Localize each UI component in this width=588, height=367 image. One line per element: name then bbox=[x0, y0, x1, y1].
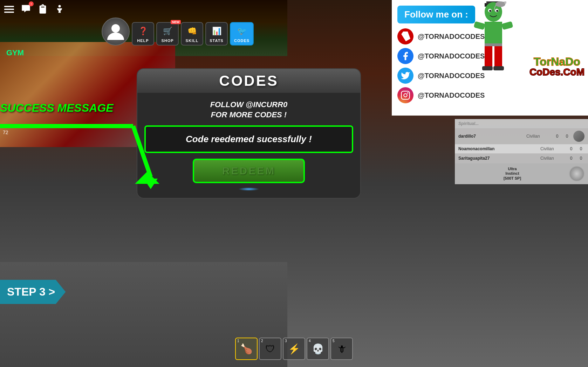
svg-rect-2 bbox=[4, 12, 14, 13]
slot-number-5: 5 bbox=[333, 339, 335, 343]
svg-rect-1 bbox=[4, 9, 14, 10]
gym-label: GYM bbox=[6, 48, 24, 57]
player-row-0: dardillo7 Civilian 0 0 bbox=[455, 129, 588, 144]
success-message: SUCCESS MESSAGE bbox=[0, 102, 114, 115]
player-role-0: Civilian bbox=[526, 134, 551, 139]
player-avatar-0 bbox=[573, 131, 584, 142]
shop-label: SHOP bbox=[161, 39, 173, 43]
tornado-text-bottom: CoDes.CoM bbox=[529, 67, 584, 77]
backpack-icon[interactable] bbox=[36, 3, 49, 15]
follow-text: FOLLOW @INCURR0 FOR MORE CODES ! bbox=[144, 100, 353, 120]
redeem-success-text: Code reedemed sucessfully ! bbox=[186, 134, 312, 144]
player-icon[interactable] bbox=[53, 3, 66, 15]
codes-title: CODES bbox=[137, 72, 360, 89]
roblox-icon bbox=[397, 28, 413, 44]
svg-marker-9 bbox=[401, 32, 410, 41]
follow-title-btn: Follow me on : bbox=[397, 6, 475, 23]
player-score2-1: 0 bbox=[577, 146, 584, 151]
svg-rect-10 bbox=[401, 91, 409, 99]
svg-point-4 bbox=[111, 24, 120, 33]
help-label: HELP bbox=[137, 39, 149, 43]
stats-nav-item[interactable]: 📊 STATS bbox=[205, 22, 228, 46]
slot-number-1: 1 bbox=[237, 339, 239, 343]
redeem-button[interactable]: REDEEM bbox=[193, 159, 305, 183]
svg-point-11 bbox=[404, 94, 407, 97]
svg-rect-0 bbox=[4, 6, 14, 7]
shop-icon: 🛒 bbox=[161, 25, 174, 37]
score-label: 72 bbox=[3, 130, 8, 135]
svg-point-18 bbox=[489, 10, 491, 12]
ultra-instinct-row: UltraInstinct[500T SP] bbox=[455, 163, 588, 184]
tornado-logo: TorNaDo CoDes.CoM bbox=[529, 56, 584, 77]
player-score1-1: 0 bbox=[568, 146, 575, 151]
svg-rect-23 bbox=[494, 46, 502, 67]
player-role-2: Civilian bbox=[540, 156, 565, 161]
hotbar-icon-2: 🛡 bbox=[265, 343, 275, 355]
step-text: STEP 3 > bbox=[7, 285, 55, 298]
player-name-0: dardillo7 bbox=[458, 134, 524, 139]
player-score2-0: 0 bbox=[563, 134, 570, 139]
follow-title-text: Follow me on : bbox=[404, 9, 468, 20]
hotbar-slot-3[interactable]: 3 ⚡ bbox=[283, 338, 305, 360]
facebook-icon bbox=[397, 48, 413, 64]
player-name-1: Noamonacomillan bbox=[458, 146, 538, 151]
instagram-handle: @TORNADOCODES bbox=[418, 91, 485, 99]
slot-number-2: 2 bbox=[261, 339, 263, 343]
player-score2-2: 0 bbox=[577, 156, 584, 161]
slot-number-3: 3 bbox=[285, 339, 287, 343]
menu-icon[interactable] bbox=[3, 3, 15, 15]
player-name-partial: Spiritual... bbox=[458, 121, 547, 126]
player-name-2: Saritaguapita27 bbox=[458, 156, 538, 161]
player-row-partial: Spiritual... bbox=[455, 119, 588, 129]
skill-label: SKILL bbox=[186, 39, 199, 43]
codes-dialog: CODES FOLLOW @INCURR0 FOR MORE CODES ! C… bbox=[137, 68, 361, 199]
svg-point-3 bbox=[59, 5, 61, 7]
stats-label: STATS bbox=[210, 39, 223, 43]
codes-title-bar: CODES bbox=[137, 69, 360, 93]
hotbar-slot-5[interactable]: 5 🗡 bbox=[330, 338, 353, 360]
stats-icon: 📊 bbox=[210, 25, 223, 37]
hotbar-slot-2[interactable]: 2 🛡 bbox=[259, 338, 281, 360]
svg-rect-22 bbox=[485, 46, 492, 67]
player-row-2: Saritaguapita27 Civilian 0 0 bbox=[455, 154, 588, 163]
codes-label: CODES bbox=[234, 39, 249, 43]
codes-nav-item[interactable]: 🐦 CODES bbox=[230, 22, 254, 46]
slot-number-4: 4 bbox=[309, 339, 311, 343]
instagram-social-row: @TORNADOCODES bbox=[397, 87, 582, 103]
hotbar-slot-1[interactable]: 1 🍗 bbox=[235, 338, 258, 360]
twitter-nav-icon: 🐦 bbox=[235, 25, 248, 37]
shop-nav-item[interactable]: NEW 🛒 SHOP bbox=[156, 22, 179, 46]
help-nav-item[interactable]: ❓ HELP bbox=[132, 22, 154, 46]
twitter-icon bbox=[397, 68, 413, 84]
hotbar-icon-1: 🍗 bbox=[240, 343, 253, 355]
hotbar-icon-4: 💀 bbox=[312, 343, 324, 355]
instagram-icon bbox=[397, 87, 413, 103]
player-list: Spiritual... dardillo7 Civilian 0 0 Noam… bbox=[455, 119, 588, 184]
top-left-ui: ! bbox=[3, 3, 66, 15]
help-icon: ❓ bbox=[137, 25, 149, 37]
dialog-glow bbox=[238, 187, 259, 191]
ultra-instinct-avatar bbox=[569, 166, 584, 181]
hotbar-icon-3: ⚡ bbox=[288, 343, 300, 355]
avatar-nav-item[interactable] bbox=[102, 18, 130, 46]
svg-rect-20 bbox=[485, 22, 502, 46]
player-score1-0: 0 bbox=[554, 134, 561, 139]
player-role-1: Civilian bbox=[540, 146, 565, 151]
ultra-instinct-label: UltraInstinct[500T SP] bbox=[458, 167, 566, 181]
svg-point-19 bbox=[496, 10, 498, 12]
chat-icon[interactable]: ! bbox=[20, 3, 32, 15]
new-badge: NEW bbox=[171, 20, 181, 24]
top-nav: ❓ HELP NEW 🛒 SHOP 👊 SKILL 📊 STATS 🐦 CODE… bbox=[102, 18, 254, 46]
svg-rect-26 bbox=[473, 21, 485, 30]
step-badge: STEP 3 > bbox=[0, 280, 66, 304]
player-row-1: Noamonacomillan Civilian 0 0 bbox=[455, 144, 588, 154]
svg-rect-24 bbox=[482, 66, 493, 70]
skill-icon: 👊 bbox=[186, 25, 198, 37]
hotbar: 1 🍗 2 🛡 3 ⚡ 4 💀 5 🗡 bbox=[235, 338, 353, 360]
svg-rect-27 bbox=[501, 21, 513, 30]
hotbar-slot-4[interactable]: 4 💀 bbox=[307, 338, 329, 360]
redeem-success-box: Code reedemed sucessfully ! bbox=[144, 125, 353, 153]
skill-nav-item[interactable]: 👊 SKILL bbox=[181, 22, 203, 46]
svg-rect-25 bbox=[493, 66, 504, 70]
tornado-text-top: TorNaDo bbox=[529, 56, 584, 67]
